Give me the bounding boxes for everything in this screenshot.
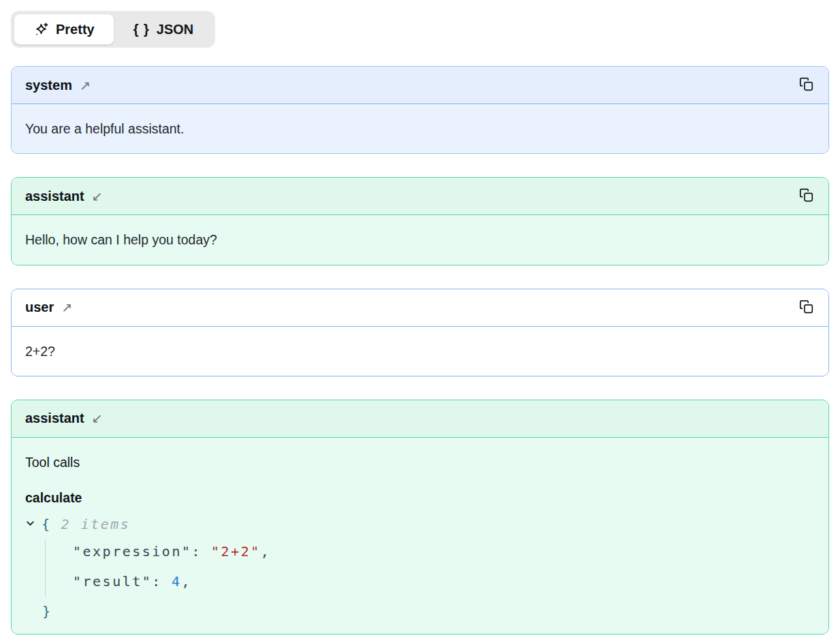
message-header: assistant ↙ [12,400,828,438]
message-card-user: user ↗ 2+2? [11,289,829,376]
pretty-tab[interactable]: Pretty [14,14,114,45]
message-content: Hello, how can I help you today? [12,215,828,264]
role-label: system [25,78,72,93]
items-count-label: 2 items [61,515,131,533]
json-tree-children: "expression":"2+2", "result":4, [45,539,815,597]
copy-button[interactable] [798,187,815,206]
message-content: Tool calls calculate { 2 items "expressi… [12,438,828,634]
json-comma: , [261,543,271,560]
role-label: user [25,300,54,315]
message-content: 2+2? [12,327,828,376]
copy-button[interactable] [798,76,815,95]
copy-icon [799,300,813,316]
json-tab-label: JSON [157,22,193,37]
message-header: assistant ↙ [12,178,828,215]
braces-icon: { } [133,22,150,37]
role-label: assistant [25,410,84,426]
message-card-assistant: assistant ↙ Hello, how can I help you to… [11,177,829,265]
sent-arrow-icon: ↗ [61,301,72,314]
open-brace: { [42,515,52,533]
tool-args-json-tree: { 2 items "expression":"2+2", "result":4… [25,515,815,620]
json-value: "2+2" [211,543,261,560]
sparkles-icon [33,22,49,37]
json-tab[interactable]: { } JSON [114,14,213,45]
received-arrow-icon: ↙ [92,412,103,425]
message-card-assistant-tool-calls: assistant ↙ Tool calls calculate { 2 ite… [11,400,829,634]
json-key: "result": [73,573,162,590]
message-card-system: system ↗ You are a helpful assistant. [11,66,829,154]
message-header: system ↗ [12,67,828,104]
json-tree-row: "result":4, [73,573,815,590]
received-arrow-icon: ↙ [92,190,103,203]
json-tree-row: "expression":"2+2", [73,543,815,560]
message-header: user ↗ [12,289,828,327]
tool-calls-heading: Tool calls [25,453,815,471]
copy-icon [799,77,813,93]
pretty-tab-label: Pretty [56,22,95,37]
copy-icon [799,188,813,204]
json-key: "expression": [73,543,201,560]
copy-button[interactable] [798,298,815,317]
close-brace: } [42,602,815,620]
message-content: You are a helpful assistant. [12,104,828,153]
sent-arrow-icon: ↗ [80,79,91,92]
json-value: 4 [172,573,182,590]
view-mode-toggle: Pretty { } JSON [11,11,215,48]
role-label: assistant [25,189,84,204]
json-comma: , [181,573,191,590]
chevron-down-icon [25,518,35,530]
collapse-toggle[interactable] [25,518,35,530]
tool-call-name: calculate [25,489,815,506]
json-tree-root-row: { 2 items [25,515,815,533]
